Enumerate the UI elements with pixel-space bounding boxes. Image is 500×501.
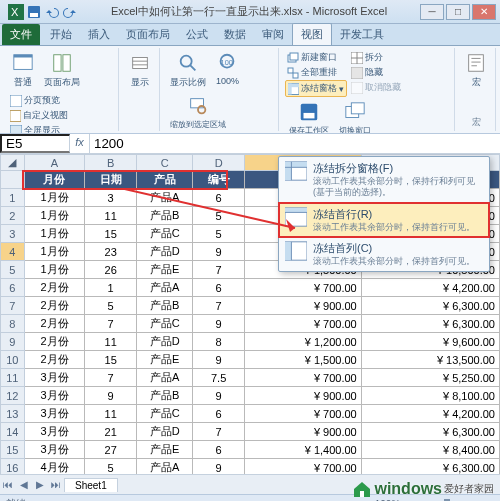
show-button[interactable]: 显示 [125,50,155,91]
zoom-100-button[interactable]: 100100% [212,50,243,91]
cell[interactable]: 9 [193,351,245,369]
cell[interactable]: 6 [193,189,245,207]
cell[interactable]: ¥ 900.00 [245,297,362,315]
sheet-nav-last[interactable]: ⏭ [48,479,64,490]
split-button[interactable]: 拆分 [349,50,411,65]
cell[interactable]: 产品C [137,405,193,423]
formula-input[interactable] [90,134,500,153]
fx-button[interactable]: fx [70,134,90,153]
cell[interactable]: ¥ 700.00 [245,279,362,297]
row-header[interactable]: 10 [1,351,25,369]
minimize-button[interactable]: ─ [420,4,444,20]
cell[interactable]: ¥ 700.00 [245,459,362,475]
col-D[interactable]: D [193,155,245,171]
cell[interactable]: 23 [85,243,137,261]
cell[interactable]: 2月份 [24,351,84,369]
cell[interactable]: 15 [85,225,137,243]
cell[interactable]: ¥ 1,200.00 [245,333,362,351]
cell[interactable]: 26 [85,261,137,279]
col-C[interactable]: C [137,155,193,171]
cell[interactable]: 3月份 [24,369,84,387]
cell[interactable]: ¥ 8,400.00 [361,441,499,459]
cell[interactable]: 3月份 [24,441,84,459]
row-header[interactable]: 5 [1,261,25,279]
cell[interactable]: ¥ 1,500.00 [245,351,362,369]
cell[interactable]: ¥ 4,200.00 [361,279,499,297]
cell[interactable]: 8 [193,333,245,351]
redo-icon[interactable] [62,4,78,20]
cell[interactable]: 3 [85,189,137,207]
cell[interactable]: 5 [85,297,137,315]
tab-insert[interactable]: 插入 [80,24,118,45]
normal-view-button[interactable]: 普通 [8,50,38,91]
cell[interactable]: 9 [85,387,137,405]
cell[interactable]: 1月份 [24,189,84,207]
col-A[interactable]: A [24,155,84,171]
cell[interactable]: 1月份 [24,243,84,261]
hide-button[interactable]: 隐藏 [349,65,411,80]
cell[interactable]: 6 [193,441,245,459]
cell[interactable]: 产品E [137,261,193,279]
cell[interactable]: 产品A [137,369,193,387]
row-header[interactable]: 7 [1,297,25,315]
row-header[interactable]: 1 [1,189,25,207]
cell[interactable]: 21 [85,423,137,441]
cell[interactable]: 产品E [137,441,193,459]
cell[interactable]: 产品C [137,315,193,333]
row-header[interactable]: 2 [1,207,25,225]
cell[interactable]: ¥ 5,250.00 [361,369,499,387]
cell[interactable]: 7 [193,423,245,441]
row-header[interactable]: 3 [1,225,25,243]
tab-formulas[interactable]: 公式 [178,24,216,45]
zoom-button[interactable]: 显示比例 [166,50,210,91]
custom-views-button[interactable]: 自定义视图 [8,108,70,123]
cell[interactable]: 4月份 [24,459,84,475]
col-B[interactable]: B [85,155,137,171]
freeze-top-row-item[interactable]: 冻结首行(R)滚动工作表其余部分时，保持首行可见。 [279,203,489,238]
maximize-button[interactable]: □ [446,4,470,20]
cell[interactable]: 产品D [137,243,193,261]
cell[interactable]: 11 [85,333,137,351]
page-layout-view-button[interactable]: 页面布局 [40,50,84,91]
cell[interactable]: 11 [85,207,137,225]
cell[interactable]: 1月份 [24,261,84,279]
close-button[interactable]: ✕ [472,4,496,20]
cell[interactable]: ¥ 13,500.00 [361,351,499,369]
cell[interactable]: 1 [85,279,137,297]
cell[interactable]: 9 [193,459,245,475]
row-header[interactable]: 13 [1,405,25,423]
cell[interactable]: 7 [85,315,137,333]
cell[interactable]: 产品A [137,459,193,475]
row-header[interactable]: 4 [1,243,25,261]
sheet-nav-first[interactable]: ⏮ [0,479,16,490]
cell[interactable]: 产品D [137,333,193,351]
tab-data[interactable]: 数据 [216,24,254,45]
cell[interactable]: 7.5 [193,369,245,387]
cell[interactable]: 2月份 [24,333,84,351]
cell[interactable]: ¥ 1,400.00 [245,441,362,459]
row-header[interactable]: 12 [1,387,25,405]
cell[interactable]: ¥ 700.00 [245,405,362,423]
cell[interactable]: 产品B [137,387,193,405]
cell[interactable]: 5 [85,459,137,475]
row-header[interactable]: 16 [1,459,25,475]
cell[interactable]: 9 [193,243,245,261]
tab-file[interactable]: 文件 [2,24,40,45]
row-header[interactable]: 8 [1,315,25,333]
cell[interactable]: 产品D [137,423,193,441]
worksheet-grid[interactable]: ◢ A B C D E F 月份 日期 产品 编号 11月份3产品A60.002… [0,154,500,474]
full-screen-button[interactable]: 全屏显示 [8,123,70,134]
sheet-nav-prev[interactable]: ◀ [16,479,32,490]
zoom-to-selection-button[interactable]: 缩放到选定区域 [166,93,230,132]
macros-button[interactable]: 宏 [461,50,491,91]
row-header[interactable]: 15 [1,441,25,459]
cell[interactable]: 2月份 [24,315,84,333]
tab-home[interactable]: 开始 [42,24,80,45]
cell[interactable]: 产品A [137,279,193,297]
cell[interactable]: ¥ 700.00 [245,315,362,333]
cell[interactable]: 3月份 [24,423,84,441]
undo-icon[interactable] [44,4,60,20]
row-header[interactable]: 6 [1,279,25,297]
save-workspace-button[interactable]: 保存工作区 [285,99,333,134]
name-box[interactable] [0,134,70,153]
